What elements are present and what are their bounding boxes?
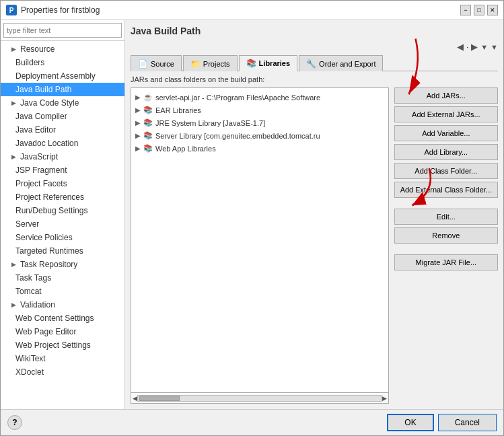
content-area: ▶ ☕ servlet-api.jar - C:\Program Files\A… [131,87,498,404]
sidebar-item-targeted-runtimes[interactable]: Targeted Runtimes [1,244,124,258]
left-panel: ▶ Resource Builders Deployment Assembly … [1,20,125,409]
tab-source[interactable]: 📄 Source [131,55,182,71]
right-panel: Java Build Path ◀ · ▶ ▼ ▼ 📄 Source 📁 Pro… [125,20,503,409]
scrollbar-track[interactable] [137,395,382,402]
filter-input[interactable] [3,23,122,38]
add-library-button[interactable]: Add Library... [394,144,498,160]
sidebar-item-label-jsp-fragment: JSP Fragment [15,166,67,175]
tree-item[interactable]: ▶ 📚 Web App Libraries [131,142,388,155]
sidebar-item-javadoc-location[interactable]: Javadoc Location [1,137,124,150]
sidebar-item-project-references[interactable]: Project References [1,190,124,204]
tab-libraries[interactable]: 📚 Libraries [239,55,297,71]
sidebar-item-label-task-tags: Task Tags [15,273,51,283]
tab-projects[interactable]: 📁 Projects [183,55,238,71]
sidebar-item-validation[interactable]: ▶ Validation [1,298,124,312]
dialog-body: ▶ Resource Builders Deployment Assembly … [1,20,503,409]
sidebar-item-label-service-policies: Service Policies [15,233,73,242]
bottom-bar: ? OK Cancel [1,409,503,435]
sidebar-item-label-task-repository: Task Repository [20,260,77,269]
sidebar-item-wikitext[interactable]: WikiText [1,352,124,365]
migrate-jar-button[interactable]: Migrate JAR File... [394,254,498,270]
sidebar-item-label-resource: Resource [20,44,55,54]
add-class-folder-button[interactable]: Add Class Folder... [394,163,498,179]
filter-box [1,20,124,41]
forward-nav-icon[interactable]: ▶ [471,42,478,52]
sidebar-item-jsp-fragment[interactable]: JSP Fragment [1,164,124,177]
sidebar-item-label-tomcat: Tomcat [15,287,42,296]
close-button[interactable]: ✕ [487,5,498,15]
sidebar-item-resource[interactable]: ▶ Resource [1,42,124,56]
horizontal-scrollbar[interactable]: ◀ ▶ [131,393,389,404]
tree-item-icon: 📚 [143,106,153,114]
tab-label-libraries: Libraries [259,59,290,67]
ok-button[interactable]: OK [387,414,433,431]
sidebar-item-web-page-editor[interactable]: Web Page Editor [1,325,124,338]
sidebar-item-java-compiler[interactable]: Java Compiler [1,110,124,123]
sidebar-item-label-web-content-settings: Web Content Settings [15,314,94,323]
scrollbar-thumb[interactable] [139,396,180,401]
main-dialog: P Properties for firstblog − □ ✕ ▶ Resou… [0,0,504,436]
tab-icon-order-export: 🔧 [306,59,316,69]
expand-arrow-resource: ▶ [11,46,16,52]
sidebar-item-label-targeted-runtimes: Targeted Runtimes [15,246,83,256]
sidebar-item-server[interactable]: Server [1,217,124,231]
tree-panel[interactable]: ▶ ☕ servlet-api.jar - C:\Program Files\A… [131,87,389,393]
tab-icon-libraries: 📚 [246,59,256,68]
tree-item-icon: 📚 [143,144,153,153]
dropdown-nav-icon[interactable]: ▼ [480,43,488,51]
tree-item[interactable]: ▶ 📚 EAR Libraries [131,104,388,116]
edit-button[interactable]: Edit... [394,209,498,225]
tree-item[interactable]: ▶ ☕ servlet-api.jar - C:\Program Files\A… [131,91,388,104]
sidebar-item-tomcat[interactable]: Tomcat [1,285,124,298]
tree-item-label: Server Library [com.genuitec.embedded.to… [155,132,320,140]
sidebar-item-service-policies[interactable]: Service Policies [1,231,124,244]
spacer1 [394,201,498,206]
tab-order-export[interactable]: 🔧 Order and Export [299,55,383,71]
maximize-button[interactable]: □ [474,5,484,15]
tree-item-label: EAR Libraries [155,106,201,114]
tab-icon-source: 📄 [138,59,148,69]
add-external-class-folder-button[interactable]: Add External Class Folder... [394,182,498,198]
scroll-left-icon[interactable]: ◀ [133,395,137,402]
left-nav: ▶ Resource Builders Deployment Assembly … [1,41,124,409]
remove-button[interactable]: Remove [394,227,498,244]
panel-title: Java Build Path [131,26,498,36]
expand-arrow-task-repository: ▶ [11,261,16,268]
sidebar-item-label-java-editor: Java Editor [15,125,56,135]
tree-item-icon: ☕ [143,93,153,102]
sidebar-item-web-content-settings[interactable]: Web Content Settings [1,312,124,325]
sidebar-item-java-editor[interactable]: Java Editor [1,123,124,137]
sidebar-item-project-facets[interactable]: Project Facets [1,177,124,190]
dropdown2-nav-icon[interactable]: ▼ [491,43,498,51]
spacer2 [394,246,498,252]
sidebar-item-run-debug-settings[interactable]: Run/Debug Settings [1,204,124,217]
sidebar-item-label-project-references: Project References [15,192,84,202]
sidebar-item-label-deployment-assembly: Deployment Assembly [15,71,96,81]
sidebar-item-xdoclet[interactable]: XDoclet [1,365,124,379]
title-bar: P Properties for firstblog − □ ✕ [1,1,503,20]
sidebar-item-label-java-build-path: Java Build Path [15,85,71,94]
cancel-button[interactable]: Cancel [438,414,497,431]
add-jars-button[interactable]: Add JARs... [394,87,498,104]
tabs-bar: 📄 Source 📁 Projects 📚 Libraries 🔧 Order … [131,54,498,71]
add-external-jars-button[interactable]: Add External JARs... [394,106,498,122]
sidebar-item-label-web-project-settings: Web Project Settings [15,340,91,350]
sidebar-item-deployment-assembly[interactable]: Deployment Assembly [1,69,124,83]
sidebar-item-label-xdoclet: XDoclet [15,367,44,377]
tab-label-projects: Projects [203,60,230,68]
minimize-button[interactable]: − [460,5,471,15]
scroll-right-icon[interactable]: ▶ [382,395,387,402]
sidebar-item-javascript[interactable]: ▶ JavaScript [1,150,124,164]
back-nav-icon[interactable]: ◀ [457,42,464,52]
expand-arrow-java-code-style: ▶ [11,100,16,106]
sidebar-item-task-tags[interactable]: Task Tags [1,271,124,285]
add-variable-button[interactable]: Add Variable... [394,125,498,141]
help-button[interactable]: ? [7,415,22,430]
sidebar-item-java-code-style[interactable]: ▶ Java Code Style [1,96,124,110]
sidebar-item-java-build-path[interactable]: Java Build Path [1,83,124,96]
tree-item[interactable]: ▶ 📚 JRE System Library [JavaSE-1.7] [131,116,388,129]
sidebar-item-web-project-settings[interactable]: Web Project Settings [1,338,124,352]
sidebar-item-task-repository[interactable]: ▶ Task Repository [1,258,124,271]
sidebar-item-builders[interactable]: Builders [1,56,124,69]
tree-item[interactable]: ▶ 📚 Server Library [com.genuitec.embedde… [131,129,388,142]
